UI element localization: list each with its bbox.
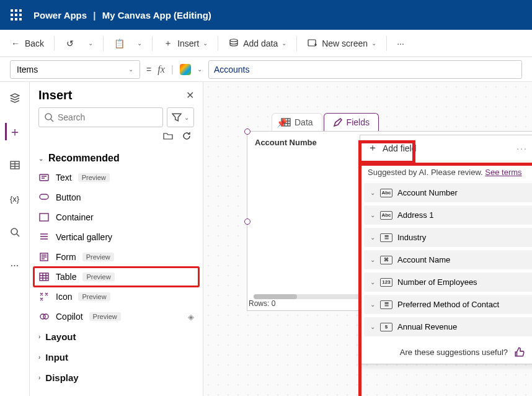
item-label: Icon xyxy=(56,292,72,302)
plus-icon: ＋ xyxy=(9,124,21,140)
close-panel-button[interactable]: ✕ xyxy=(186,89,194,101)
more-rail-button[interactable]: ··· xyxy=(5,256,25,276)
collapse-button[interactable] xyxy=(163,131,173,143)
app-title: Power Apps | My Canvas App (Editing) xyxy=(33,10,211,20)
field-label: Industry xyxy=(397,233,426,242)
feedback-text: Are these suggestions useful? xyxy=(400,348,508,357)
svg-point-11 xyxy=(43,314,48,319)
chevron-down-icon: ⌄ xyxy=(184,114,189,121)
tree-view-button[interactable] xyxy=(5,88,25,108)
thumbs-up-icon[interactable] xyxy=(514,346,525,358)
preview-badge: Preview xyxy=(82,253,114,261)
svg-rect-6 xyxy=(40,194,48,199)
text-icon xyxy=(38,172,50,183)
fields-flyout: ＋ Add field ··· ⌄ Suggested by AI. Pleas… xyxy=(360,135,532,364)
field-row[interactable]: ⌄AbcAccount Number xyxy=(364,183,532,202)
data-rail-button[interactable] xyxy=(5,155,25,175)
field-row[interactable]: ⌄☰Preferred Method of Contact xyxy=(364,295,532,314)
item-button[interactable]: Button xyxy=(30,187,203,207)
item-vertical-gallery[interactable]: Vertical gallery xyxy=(30,227,203,247)
pin-icon[interactable]: 📌 xyxy=(277,118,287,128)
suggest-text: Suggested by AI. Please review. xyxy=(368,168,485,177)
field-row[interactable]: ⌄123Number of Employees xyxy=(364,272,532,292)
section-label: Recommended xyxy=(48,153,120,164)
more-icon[interactable]: ··· xyxy=(516,143,528,153)
section-layout[interactable]: › Layout xyxy=(30,326,203,347)
see-terms-link[interactable]: See terms xyxy=(485,168,521,177)
equals-sign: = xyxy=(146,65,151,74)
arrow-left-icon: ← xyxy=(10,38,21,49)
undo-button[interactable]: ↺ xyxy=(60,35,81,52)
ai-suggestion-note: Suggested by AI. Please review. See term… xyxy=(360,161,532,183)
plus-icon: ＋ xyxy=(368,142,378,155)
separator: | xyxy=(171,64,174,75)
formula-bar: Items ⌄ = fx | ⌄ Accounts xyxy=(0,57,532,82)
resize-handle[interactable] xyxy=(244,218,250,225)
back-button[interactable]: ← Back xyxy=(5,35,49,52)
section-display[interactable]: › Display xyxy=(30,367,203,388)
fields-list: ⌄AbcAccount Number ⌄AbcAddress 1 ⌄☰Indus… xyxy=(360,183,532,340)
item-form[interactable]: Form Preview xyxy=(30,247,203,267)
field-row[interactable]: ⌄⌘Account Name xyxy=(364,250,532,269)
database-icon xyxy=(228,38,239,49)
plus-icon: ＋ xyxy=(162,38,174,49)
canvas[interactable]: 📌 Data Fields Account Numbe Rows: 0 xyxy=(203,82,532,396)
undo-chevron[interactable]: ⌄ xyxy=(83,37,98,49)
refresh-button[interactable] xyxy=(182,131,192,143)
insert-rail-button[interactable]: ＋ xyxy=(5,122,25,142)
new-screen-button[interactable]: New screen ⌄ xyxy=(302,35,381,52)
layers-icon xyxy=(10,93,20,103)
tab-fields[interactable]: Fields xyxy=(324,113,379,131)
insert-label: Insert xyxy=(177,38,199,48)
item-copilot[interactable]: Copilot Preview ◈ xyxy=(30,307,203,326)
add-data-label: Add data xyxy=(243,38,278,48)
section-input[interactable]: › Input xyxy=(30,347,203,367)
property-dropdown[interactable]: Items ⌄ xyxy=(10,60,140,79)
section-recommended[interactable]: ⌄ Recommended xyxy=(30,149,203,168)
chevron-down-icon: ⌄ xyxy=(370,212,375,218)
chevron-down-icon: ⌄ xyxy=(370,189,375,196)
type-currency-icon: $ xyxy=(380,323,392,331)
paste-button[interactable]: 📋 xyxy=(109,35,130,52)
chevron-down-icon: ⌄ xyxy=(38,155,43,162)
formula-input[interactable]: Accounts xyxy=(208,60,522,79)
item-container[interactable]: Container xyxy=(30,207,203,227)
folder-icon xyxy=(163,131,173,141)
item-icon[interactable]: Icon Preview xyxy=(30,287,203,307)
paste-chevron[interactable]: ⌄ xyxy=(132,37,147,49)
search-icon xyxy=(44,112,54,122)
item-label: Form xyxy=(56,252,76,262)
field-row[interactable]: ⌄☰Industry xyxy=(364,228,532,247)
field-row[interactable]: ⌄AbcAddress 1 xyxy=(364,205,532,225)
emoji-icon xyxy=(38,291,50,302)
resize-handle[interactable] xyxy=(244,128,250,135)
chevron-down-icon[interactable]: ⌄ xyxy=(197,66,202,73)
scrollbar-thumb[interactable] xyxy=(254,294,297,299)
table-control[interactable]: 📌 Data Fields Account Numbe Rows: 0 xyxy=(247,113,532,312)
add-data-button[interactable]: Add data ⌄ xyxy=(223,35,291,52)
item-label: Button xyxy=(56,192,81,202)
svg-rect-7 xyxy=(40,214,48,221)
variables-rail-button[interactable]: {x} xyxy=(5,189,25,209)
copilot-icon[interactable] xyxy=(180,64,191,75)
search-rail-button[interactable] xyxy=(5,222,25,242)
more-button[interactable]: ··· xyxy=(392,36,409,51)
container-icon xyxy=(38,212,50,223)
chevron-right-icon: › xyxy=(38,333,40,340)
app-launcher-icon[interactable] xyxy=(7,6,25,24)
item-table[interactable]: Table Preview xyxy=(33,267,199,287)
item-text[interactable]: Text Preview xyxy=(30,168,203,187)
separator xyxy=(103,36,104,51)
preview-badge: Preview xyxy=(82,272,114,281)
filter-button[interactable]: ⌄ xyxy=(167,107,194,127)
separator xyxy=(152,36,153,51)
chevron-down-icon: ⌄ xyxy=(370,234,375,241)
add-field-button[interactable]: ＋ Add field ··· ⌄ xyxy=(360,135,532,161)
button-icon xyxy=(38,192,50,203)
item-label: Table xyxy=(56,272,76,282)
separator xyxy=(54,36,55,51)
search-input[interactable]: Search xyxy=(38,107,163,127)
field-row[interactable]: ⌄$Annual Revenue xyxy=(364,317,532,336)
insert-button[interactable]: ＋ Insert ⌄ xyxy=(157,35,213,52)
chevron-right-icon: › xyxy=(38,374,40,381)
